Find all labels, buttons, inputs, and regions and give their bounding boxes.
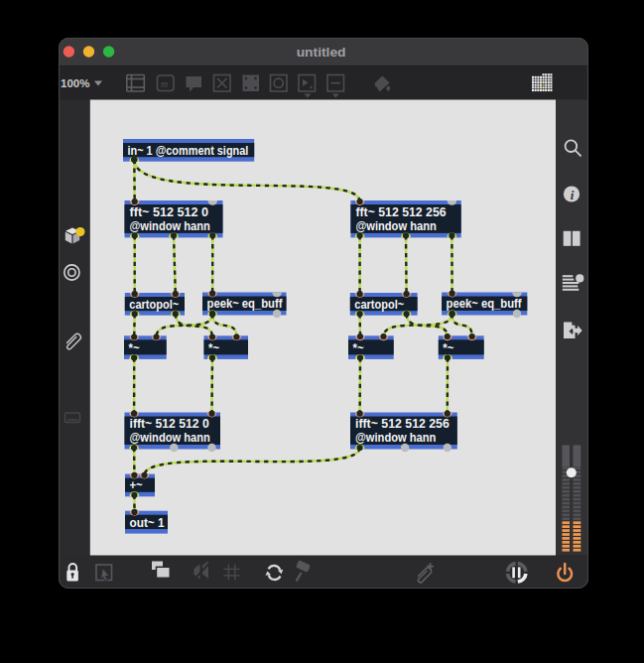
svg-text:*~: *~ <box>129 340 140 355</box>
svg-text:@window hann: @window hann <box>130 218 210 233</box>
svg-text:ifft~ 512 512 256: ifft~ 512 512 256 <box>355 416 450 431</box>
svg-text:m: m <box>161 78 168 89</box>
svg-text:@window hann: @window hann <box>355 430 436 445</box>
svg-text:*~: *~ <box>353 340 364 355</box>
svg-text:+~: +~ <box>130 477 144 492</box>
svg-text:*~: *~ <box>443 340 453 355</box>
svg-text:@window hann: @window hann <box>355 218 436 233</box>
svg-text:fft~ 512 512 0: fft~ 512 512 0 <box>130 204 209 219</box>
svg-text:peek~ eq_buff: peek~ eq_buff <box>207 296 284 311</box>
svg-text:cartopol~: cartopol~ <box>129 297 179 312</box>
svg-text:*~: *~ <box>208 340 219 355</box>
svg-text:@window hann: @window hann <box>130 430 210 445</box>
svg-text:cartopol~: cartopol~ <box>354 297 404 312</box>
svg-text:fft~ 512 512 256: fft~ 512 512 256 <box>355 204 446 219</box>
svg-text:untitled: untitled <box>297 45 346 60</box>
svg-text:peek~ eq_buff: peek~ eq_buff <box>447 296 523 311</box>
svg-text:100%: 100% <box>61 77 89 89</box>
svg-text:i: i <box>571 188 575 202</box>
svg-text:ifft~ 512 512 0: ifft~ 512 512 0 <box>130 416 209 431</box>
svg-text:in~ 1 @comment signal: in~ 1 @comment signal <box>128 143 249 158</box>
svg-text:out~ 1: out~ 1 <box>130 515 165 530</box>
